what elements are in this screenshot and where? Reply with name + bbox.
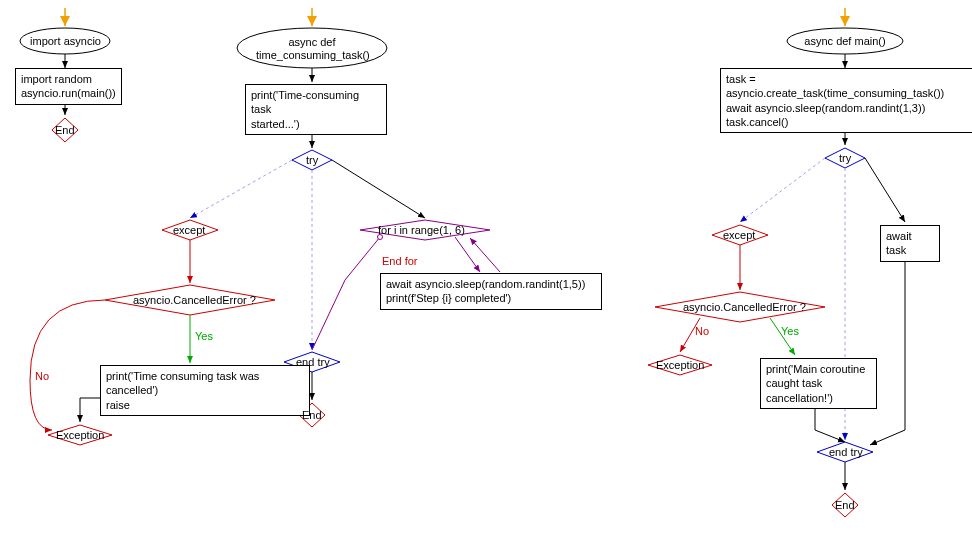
for-body-box: await asyncio.sleep(random.randint(1,5))…	[380, 273, 602, 310]
exception-3: Exception	[656, 359, 704, 371]
svg-line-12	[332, 160, 425, 218]
body-box-1: import random asyncio.run(main())	[15, 68, 122, 105]
end-try-2: end try	[296, 356, 330, 368]
end-try-3: end try	[829, 446, 863, 458]
yes-3: Yes	[781, 325, 799, 337]
await-task-box: await task	[880, 225, 940, 262]
svg-line-13	[190, 160, 292, 218]
cancelled-diamond-3: asyncio.CancelledError ?	[683, 301, 806, 313]
main-body-box: task = asyncio.create_task(time_consumin…	[720, 68, 972, 133]
cancelled-diamond-2: asyncio.CancelledError ?	[133, 294, 256, 306]
try-label-3: try	[839, 152, 851, 164]
start-ellipse-3: async def main()	[800, 35, 890, 48]
start-ellipse-2: async def time_consuming_task()	[256, 36, 368, 62]
end-2: End	[302, 409, 322, 421]
print-cancelled-box: print('Time consuming task was cancelled…	[100, 365, 310, 416]
svg-line-32	[740, 158, 825, 222]
no-2: No	[35, 370, 49, 382]
svg-line-31	[865, 158, 905, 222]
except-label-2: except	[173, 224, 205, 236]
for-label: for i in range(1, 6)	[378, 224, 465, 236]
start-ellipse-1: import asyncio	[28, 35, 103, 48]
print-started-box: print('Time-consuming task started...')	[245, 84, 387, 135]
no-3: No	[695, 325, 709, 337]
exception-2: Exception	[56, 429, 104, 441]
yes-2: Yes	[195, 330, 213, 342]
print-main-caught-box: print('Main coroutine caught task cancel…	[760, 358, 877, 409]
except-label-3: except	[723, 229, 755, 241]
try-label-2: try	[306, 154, 318, 166]
end-1: End	[55, 124, 75, 136]
end-3: End	[835, 499, 855, 511]
end-for-label: End for	[382, 255, 417, 267]
svg-line-21	[455, 237, 480, 272]
svg-line-22	[470, 238, 500, 272]
